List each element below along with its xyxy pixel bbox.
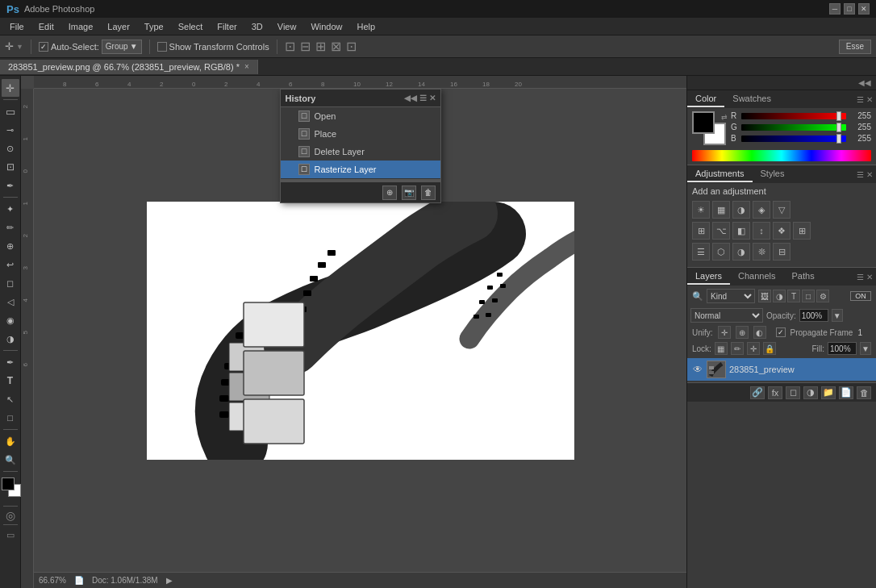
- opacity-input[interactable]: [799, 309, 828, 322]
- foreground-color-swatch[interactable]: [692, 111, 715, 134]
- menu-select[interactable]: Select: [172, 20, 210, 33]
- path-select-tool[interactable]: ↖: [2, 390, 19, 408]
- history-header-controls[interactable]: ◀◀ ☰ ✕: [404, 94, 436, 102]
- auto-select-dropdown[interactable]: Group ▼: [102, 40, 142, 54]
- layers-panel-menu[interactable]: ☰: [857, 273, 864, 281]
- menu-file[interactable]: File: [3, 20, 31, 33]
- menu-view[interactable]: View: [271, 20, 303, 33]
- adj-gradient-map-icon[interactable]: ❊: [753, 243, 770, 261]
- adj-posterize-icon[interactable]: ⬡: [712, 243, 730, 261]
- history-menu-icon[interactable]: ☰: [419, 94, 427, 102]
- blue-slider[interactable]: [741, 136, 846, 142]
- opacity-arrow[interactable]: ▼: [832, 309, 843, 322]
- adj-curves-icon[interactable]: ◑: [732, 201, 750, 219]
- lock-all-btn[interactable]: 🔒: [763, 342, 776, 355]
- zoom-tool[interactable]: 🔍: [2, 451, 19, 469]
- align-icon-2[interactable]: ⊟: [300, 39, 311, 54]
- tab-styles[interactable]: Styles: [753, 166, 793, 182]
- layer-filter-type[interactable]: T: [787, 290, 800, 302]
- transform-checkbox[interactable]: [157, 42, 167, 52]
- history-delete-btn[interactable]: 🗑: [421, 186, 436, 200]
- layer-adj-btn[interactable]: ◑: [803, 386, 818, 399]
- crop-tool[interactable]: ⊡: [2, 158, 19, 176]
- eyedropper-tool[interactable]: ✒: [2, 177, 19, 194]
- blur-tool[interactable]: ◉: [2, 311, 19, 329]
- hand-tool[interactable]: ✋: [2, 432, 19, 450]
- history-brush-tool[interactable]: ↩: [2, 256, 19, 273]
- layers-panel-close[interactable]: ✕: [866, 273, 873, 281]
- layer-group-btn[interactable]: 📁: [821, 386, 836, 399]
- foreground-color[interactable]: [2, 477, 15, 490]
- history-camera-btn[interactable]: 📷: [402, 186, 416, 200]
- tab-paths[interactable]: Paths: [784, 269, 823, 285]
- gradient-tool[interactable]: ◁: [2, 293, 19, 311]
- menu-type[interactable]: Type: [138, 20, 170, 33]
- document-tab[interactable]: 283851_preview.png @ 66.7% (283851_previ…: [0, 60, 258, 74]
- layer-filter-toggle[interactable]: ON: [850, 291, 871, 301]
- lock-position-btn[interactable]: ✛: [747, 342, 760, 355]
- layer-mask-btn[interactable]: ◻: [786, 386, 800, 399]
- layer-kind-select[interactable]: Kind: [707, 289, 755, 303]
- eraser-tool[interactable]: ◻: [2, 274, 19, 292]
- menu-layer[interactable]: Layer: [101, 20, 136, 33]
- lasso-tool[interactable]: ⊸: [2, 121, 19, 139]
- screen-mode-icon[interactable]: ▭: [2, 528, 19, 542]
- layer-effects-btn[interactable]: fx: [768, 386, 782, 399]
- layer-filter-shape[interactable]: □: [802, 290, 815, 302]
- layer-filter-smart[interactable]: ⚙: [816, 290, 829, 302]
- fill-arrow[interactable]: ▼: [860, 342, 871, 355]
- adj-vibrance-icon[interactable]: ▽: [773, 201, 790, 219]
- layer-link-btn[interactable]: 🔗: [750, 386, 765, 399]
- menu-edit[interactable]: Edit: [32, 20, 60, 33]
- color-panel-close[interactable]: ✕: [866, 95, 873, 104]
- foreground-background-colors[interactable]: [2, 477, 19, 500]
- history-item-open[interactable]: ☐ Open: [281, 107, 440, 125]
- history-item-delete-layer[interactable]: ☐ Delete Layer: [281, 143, 440, 161]
- layer-visibility-icon[interactable]: 👁: [692, 364, 703, 375]
- adj-threshold-icon[interactable]: ◑: [732, 243, 750, 261]
- tab-layers[interactable]: Layers: [687, 269, 730, 285]
- quick-select-tool[interactable]: ⊙: [2, 140, 19, 157]
- align-icon-1[interactable]: ⊡: [285, 39, 295, 54]
- menu-3d[interactable]: 3D: [245, 20, 269, 33]
- layer-delete-btn[interactable]: 🗑: [857, 386, 871, 399]
- green-slider[interactable]: [741, 124, 846, 131]
- adj-selective-color-icon[interactable]: ⊟: [773, 243, 790, 261]
- adj-exposure-icon[interactable]: ◈: [753, 201, 770, 219]
- adj-panel-menu[interactable]: ☰: [857, 170, 864, 179]
- color-panel-menu[interactable]: ☰: [857, 95, 864, 104]
- adj-channelmix-icon[interactable]: ❖: [773, 222, 790, 240]
- adj-photofilter-icon[interactable]: ↕: [753, 222, 770, 240]
- fill-input[interactable]: [828, 342, 857, 355]
- tab-channels[interactable]: Channels: [730, 269, 783, 285]
- adj-colorbal-icon[interactable]: ⌥: [712, 222, 730, 240]
- layer-new-btn[interactable]: 📄: [839, 386, 853, 399]
- brush-tool[interactable]: ✏: [2, 219, 19, 236]
- quick-mask-icon[interactable]: ◎: [6, 509, 15, 522]
- adj-levels-icon[interactable]: ▦: [712, 201, 730, 219]
- red-slider[interactable]: [741, 113, 846, 119]
- color-spectrum[interactable]: [692, 150, 871, 161]
- align-icon-5[interactable]: ⊡: [346, 39, 357, 54]
- adj-invert-icon[interactable]: ☰: [692, 243, 710, 261]
- layer-filter-adjust[interactable]: ◑: [773, 290, 786, 302]
- window-controls[interactable]: ─ □ ✕: [829, 3, 870, 15]
- blend-mode-select[interactable]: Normal: [690, 308, 763, 323]
- blue-slider-handle[interactable]: [836, 134, 841, 144]
- type-tool[interactable]: T: [2, 372, 19, 390]
- green-slider-handle[interactable]: [836, 123, 841, 132]
- menu-window[interactable]: Window: [304, 20, 348, 33]
- adj-panel-close[interactable]: ✕: [866, 170, 873, 179]
- history-new-snapshot-btn[interactable]: ⊕: [382, 186, 397, 200]
- adj-colorlookup-icon[interactable]: ⊞: [793, 222, 811, 240]
- adj-hsl-icon[interactable]: ⊞: [692, 222, 710, 240]
- swap-colors-icon[interactable]: ⇄: [721, 113, 728, 121]
- tab-swatches[interactable]: Swatches: [724, 91, 779, 107]
- auto-select-checkbox[interactable]: ✓: [39, 42, 48, 52]
- minimize-button[interactable]: ─: [829, 3, 841, 15]
- tab-adjustments[interactable]: Adjustments: [687, 166, 753, 182]
- propagate-checkbox[interactable]: ✓: [776, 327, 786, 337]
- layer-item[interactable]: 👁 283851_preview: [687, 358, 876, 381]
- tab-color[interactable]: Color: [687, 91, 724, 107]
- canvas-content[interactable]: History ◀◀ ☰ ✕ ☐ Open ☐ Place: [34, 89, 686, 572]
